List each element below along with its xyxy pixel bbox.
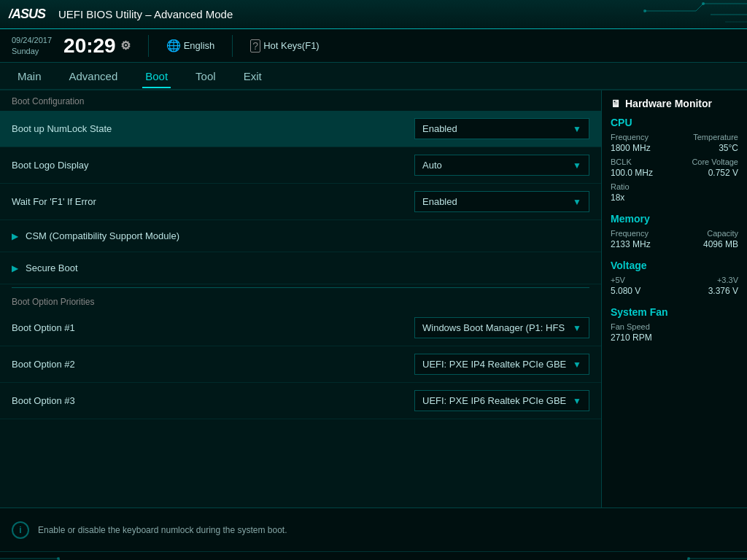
- fan-speed-label: Fan Speed: [611, 322, 650, 331]
- monitor-icon: 🖥: [611, 98, 621, 109]
- boot-logo-row[interactable]: Boot Logo Display Auto ▼: [0, 147, 601, 184]
- boot-option-3-label: Boot Option #3: [12, 395, 75, 406]
- fan-speed-val-row: 2710 RPM: [611, 332, 738, 346]
- cpu-freq-val-row: 1800 MHz 35°C: [611, 143, 738, 156]
- svg-point-6: [643, 9, 646, 12]
- csm-row[interactable]: ▶ CSM (Compatibility Support Module): [0, 220, 601, 252]
- csm-label: CSM (Compatibility Support Module): [26, 230, 179, 241]
- hw-monitor-title-text: Hardware Monitor: [625, 98, 712, 109]
- nav-tool[interactable]: Tool: [193, 66, 219, 87]
- cpu-freq-row: Frequency Temperature: [611, 133, 738, 141]
- boot-option-1-label: Boot Option #1: [12, 322, 75, 333]
- boot-logo-dropdown[interactable]: Auto ▼: [414, 155, 589, 176]
- svg-line-1: [696, 4, 703, 11]
- voltage-section-title: Voltage: [611, 260, 738, 271]
- secure-boot-label: Secure Boot: [26, 262, 78, 273]
- top-decor: [601, 0, 747, 29]
- nav-exit[interactable]: Exit: [241, 66, 265, 87]
- volt-33v-label: +3.3V: [717, 276, 738, 284]
- cpu-bclk-row: BCLK Core Voltage: [611, 158, 738, 166]
- cpu-freq-value: 1800 MHz: [611, 143, 651, 153]
- bottom-info-bar: i Enable or disable the keyboard numlock…: [0, 508, 747, 551]
- boot-option-3-row[interactable]: Boot Option #3 UEFI: PXE IP6 Realtek PCI…: [0, 383, 601, 419]
- day: Sunday: [12, 46, 52, 56]
- mem-freq-label: Frequency: [611, 229, 649, 238]
- cpu-bclk-value: 100.0 MHz: [611, 168, 653, 178]
- boot-option-2-row[interactable]: Boot Option #2 UEFI: PXE IP4 Realtek PCI…: [0, 346, 601, 383]
- hotkeys-label: Hot Keys(F1): [263, 40, 320, 51]
- boot-option-1-value: Windows Boot Manager (P1: HFS: [422, 322, 565, 333]
- boot-option-3-value: UEFI: PXE IP6 Realtek PCIe GBE: [422, 395, 566, 406]
- cpu-corevolt-value: 0.752 V: [708, 168, 738, 178]
- language-label: English: [184, 40, 215, 51]
- cpu-section-title: CPU: [611, 117, 738, 128]
- hw-monitor-title: 🖥 Hardware Monitor: [611, 98, 738, 109]
- nav-main[interactable]: Main: [15, 66, 44, 87]
- asus-logo: /ASUS: [9, 7, 45, 22]
- cpu-temp-label: Temperature: [693, 133, 738, 141]
- volt-5v-label: +5V: [611, 276, 625, 284]
- fan-section-title: System Fan: [611, 306, 738, 318]
- fan-speed-label-row: Fan Speed: [611, 322, 738, 331]
- divider: [12, 287, 589, 288]
- boot-option-1-arrow-icon: ▼: [573, 323, 581, 333]
- cpu-ratio-value: 18x: [611, 192, 624, 203]
- boot-logo-arrow-icon: ▼: [573, 160, 581, 171]
- cpu-bclk-val-row: 100.0 MHz 0.752 V: [611, 168, 738, 181]
- hotkeys-icon: ?: [250, 39, 260, 52]
- boot-option-1-row[interactable]: Boot Option #1 Windows Boot Manager (P1:…: [0, 310, 601, 346]
- globe-icon: 🌐: [166, 39, 181, 52]
- language-button[interactable]: 🌐 English: [166, 39, 215, 52]
- svg-point-16: [687, 557, 690, 560]
- memory-section-title: Memory: [611, 213, 738, 225]
- mem-freq-val-row: 2133 MHz 4096 MB: [611, 239, 738, 252]
- wait-f1-row[interactable]: Wait For 'F1' If Error Enabled ▼: [0, 184, 601, 220]
- footer-decor-right: [601, 551, 747, 560]
- svg-point-11: [57, 557, 60, 560]
- hotkeys-button[interactable]: ? Hot Keys(F1): [250, 39, 319, 52]
- boot-option-2-arrow-icon: ▼: [573, 359, 581, 370]
- boot-option-2-dropdown[interactable]: UEFI: PXE IP4 Realtek PCIe GBE ▼: [414, 354, 589, 375]
- numlock-dropdown[interactable]: Enabled ▼: [414, 118, 589, 139]
- wait-f1-label: Wait For 'F1' If Error: [12, 196, 96, 207]
- csm-expand-icon: ▶: [12, 231, 18, 241]
- volt-5v-value: 5.080 V: [611, 286, 640, 296]
- left-panel: Boot Configuration Boot up NumLock State…: [0, 90, 601, 508]
- footer: Version 2.17.1254. Copyright (C) 2017 Am…: [0, 551, 747, 560]
- date: 09/24/2017: [12, 35, 52, 45]
- date-block: 09/24/2017 Sunday: [12, 35, 52, 56]
- mem-cap-label: Capacity: [707, 229, 738, 238]
- time-display: 20:29 ⚙: [63, 34, 131, 58]
- volt-values-row: 5.080 V 3.376 V: [611, 286, 738, 299]
- boot-option-2-label: Boot Option #2: [12, 359, 75, 370]
- boot-option-3-dropdown[interactable]: UEFI: PXE IP6 Realtek PCIe GBE ▼: [414, 390, 589, 411]
- numlock-value: Enabled: [422, 123, 457, 134]
- mem-cap-value: 4096 MB: [703, 239, 738, 249]
- separator2: [232, 35, 233, 57]
- mem-freq-row: Frequency Capacity: [611, 229, 738, 238]
- nav-advanced[interactable]: Advanced: [66, 66, 121, 87]
- top-bar: /ASUS UEFI BIOS Utility – Advanced Mode: [0, 0, 747, 29]
- time: 20:29: [63, 34, 116, 58]
- main-area: Boot Configuration Boot up NumLock State…: [0, 90, 747, 508]
- cpu-ratio-label-row: Ratio: [611, 182, 738, 191]
- boot-logo-value: Auto: [422, 160, 442, 171]
- settings-gear-icon[interactable]: ⚙: [120, 39, 131, 52]
- nav-boot[interactable]: Boot: [142, 66, 171, 88]
- volt-labels-row: +5V +3.3V: [611, 276, 738, 284]
- boot-logo-label: Boot Logo Display: [12, 160, 89, 171]
- bios-title: UEFI BIOS Utility – Advanced Mode: [58, 8, 233, 20]
- secure-boot-row[interactable]: ▶ Secure Boot: [0, 252, 601, 284]
- secure-boot-expand-icon: ▶: [12, 263, 18, 273]
- svg-point-5: [702, 2, 705, 5]
- mem-freq-value: 2133 MHz: [611, 239, 651, 249]
- cpu-ratio-label: Ratio: [611, 182, 630, 191]
- numlock-arrow-icon: ▼: [573, 124, 581, 134]
- boot-option-3-arrow-icon: ▼: [573, 396, 581, 406]
- cpu-freq-label: Frequency: [611, 133, 649, 141]
- wait-f1-dropdown[interactable]: Enabled ▼: [414, 191, 589, 212]
- numlock-row[interactable]: Boot up NumLock State Enabled ▼: [0, 111, 601, 147]
- separator: [148, 35, 149, 57]
- boot-option-1-dropdown[interactable]: Windows Boot Manager (P1: HFS ▼: [414, 317, 589, 338]
- cpu-ratio-val-row: 18x: [611, 192, 738, 206]
